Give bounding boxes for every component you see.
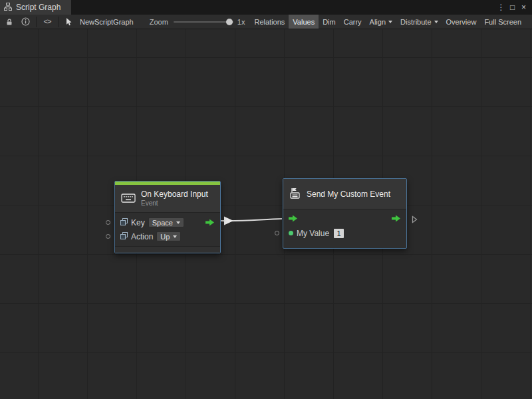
- chevron-down-icon: [388, 21, 392, 23]
- enum-type-icon: [120, 232, 128, 241]
- window-menu-icon[interactable]: ⋮: [495, 0, 507, 15]
- fullscreen-button[interactable]: Full Screen: [480, 15, 525, 29]
- zoom-slider[interactable]: [174, 21, 233, 23]
- external-flow-arrow-icon[interactable]: [412, 215, 418, 225]
- align-dropdown-button[interactable]: Align: [366, 15, 396, 29]
- zoom-label: Zoom: [150, 18, 168, 26]
- script-graph-icon: [4, 3, 12, 13]
- value-port-dot[interactable]: [289, 231, 293, 235]
- connection-wire: [0, 29, 532, 399]
- port-row-key: Key Space: [115, 215, 220, 229]
- node-footer: [115, 246, 220, 253]
- port-row-action: Action Up: [115, 229, 220, 243]
- chevron-down-icon: [176, 221, 180, 224]
- node-header[interactable]: On Keyboard Input Event: [115, 185, 220, 213]
- lock-icon[interactable]: [1, 15, 17, 29]
- action-dropdown[interactable]: Up: [156, 231, 181, 241]
- node-subtitle: Event: [141, 200, 208, 207]
- event-icon: [289, 188, 301, 201]
- dim-button[interactable]: Dim: [319, 15, 340, 29]
- graph-pointer-icon[interactable]: [61, 15, 77, 29]
- graph-name-breadcrumb[interactable]: NewScriptGraph: [80, 18, 134, 26]
- input-port-circle[interactable]: [106, 220, 110, 225]
- script-graph-window: Script Graph ⋮ □ × <>: [0, 0, 532, 399]
- port-label: My Value: [297, 229, 329, 238]
- flow-output-port[interactable]: [392, 215, 401, 224]
- my-value-input[interactable]: 1: [334, 229, 344, 238]
- graph-toolbar: <> NewScriptGraph Zoom 1x Relations Valu…: [0, 15, 532, 29]
- port-label: Action: [131, 232, 153, 241]
- flow-output-port[interactable]: [205, 219, 215, 226]
- close-icon[interactable]: ×: [518, 0, 529, 15]
- distribute-dropdown-button[interactable]: Distribute: [396, 15, 442, 29]
- chevron-down-icon: [434, 21, 438, 23]
- tab-script-graph[interactable]: Script Graph: [0, 0, 71, 15]
- overview-button[interactable]: Overview: [442, 15, 481, 29]
- key-dropdown[interactable]: Space: [148, 217, 184, 227]
- toolbar-divider: [58, 17, 59, 27]
- input-port-circle[interactable]: [275, 231, 279, 235]
- port-label: Key: [131, 218, 145, 227]
- graph-canvas[interactable]: On Keyboard Input Event Key Space: [0, 29, 532, 399]
- node-title: On Keyboard Input: [141, 190, 208, 199]
- node-on-keyboard-input[interactable]: On Keyboard Input Event Key Space: [114, 181, 221, 253]
- input-port-circle[interactable]: [106, 234, 110, 239]
- carry-button[interactable]: Carry: [340, 15, 366, 29]
- node-send-my-custom-event[interactable]: Send My Custom Event: [283, 178, 407, 249]
- flow-port-row: [283, 212, 406, 226]
- node-header[interactable]: Send My Custom Event: [283, 179, 406, 209]
- chevron-down-icon: [173, 235, 177, 238]
- code-view-icon[interactable]: <>: [39, 15, 55, 29]
- info-icon[interactable]: [17, 15, 33, 29]
- enum-type-icon: [120, 218, 128, 227]
- zoom-value: 1x: [237, 18, 245, 26]
- tab-bar: Script Graph ⋮ □ ×: [0, 0, 532, 15]
- window-controls: ⋮ □ ×: [495, 0, 532, 15]
- relations-button[interactable]: Relations: [250, 15, 289, 29]
- maximize-icon[interactable]: □: [507, 0, 518, 15]
- port-row-my-value: My Value 1: [283, 226, 406, 240]
- keyboard-icon: [121, 193, 136, 205]
- node-title: Send My Custom Event: [307, 190, 390, 199]
- toolbar-divider: [36, 17, 37, 27]
- zoom-slider-knob[interactable]: [226, 19, 233, 25]
- flow-input-port[interactable]: [289, 215, 298, 224]
- tab-title: Script Graph: [16, 3, 61, 12]
- values-button[interactable]: Values: [289, 15, 319, 29]
